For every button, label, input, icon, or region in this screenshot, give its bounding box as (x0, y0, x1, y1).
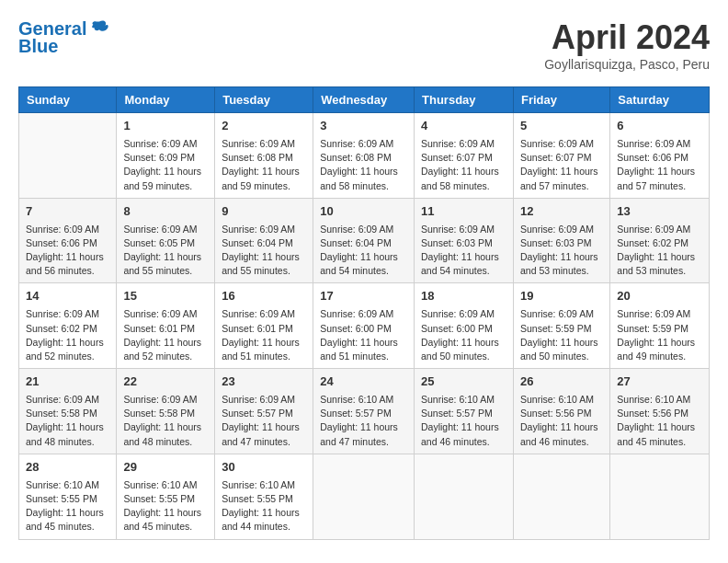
day-cell: 19Sunrise: 6:09 AMSunset: 5:59 PMDayligh… (513, 283, 609, 369)
day-number: 13 (617, 203, 702, 221)
day-number: 21 (26, 373, 109, 391)
day-cell (313, 454, 415, 539)
day-number: 10 (320, 203, 407, 221)
day-number: 18 (421, 288, 506, 305)
day-cell: 3Sunrise: 6:09 AMSunset: 6:08 PMDaylight… (313, 113, 415, 199)
day-number: 6 (617, 118, 702, 135)
day-cell: 30Sunrise: 6:10 AMSunset: 5:55 PMDayligh… (215, 454, 313, 539)
day-cell: 5Sunrise: 6:09 AMSunset: 6:07 PMDaylight… (513, 113, 609, 199)
week-row-2: 7Sunrise: 6:09 AMSunset: 6:06 PMDaylight… (19, 198, 710, 283)
day-cell: 1Sunrise: 6:09 AMSunset: 6:09 PMDaylight… (117, 113, 215, 199)
header-tuesday: Tuesday (215, 87, 313, 113)
day-number: 16 (222, 288, 306, 305)
day-cell: 26Sunrise: 6:10 AMSunset: 5:56 PMDayligh… (513, 369, 609, 454)
day-number: 27 (617, 373, 702, 391)
day-number: 30 (222, 459, 306, 477)
logo: General Blue (18, 18, 109, 57)
day-number: 24 (320, 373, 407, 391)
week-row-1: 1Sunrise: 6:09 AMSunset: 6:09 PMDaylight… (19, 113, 710, 199)
header-thursday: Thursday (415, 87, 514, 113)
day-number: 14 (26, 288, 109, 305)
day-number: 26 (520, 373, 603, 391)
day-number: 4 (421, 118, 506, 135)
header-sunday: Sunday (19, 87, 117, 113)
day-number: 15 (123, 288, 208, 305)
day-number: 20 (617, 288, 702, 305)
day-cell: 15Sunrise: 6:09 AMSunset: 6:01 PMDayligh… (117, 283, 215, 369)
day-number: 3 (320, 118, 407, 135)
week-row-3: 14Sunrise: 6:09 AMSunset: 6:02 PMDayligh… (19, 283, 710, 369)
day-cell: 25Sunrise: 6:10 AMSunset: 5:57 PMDayligh… (415, 369, 514, 454)
day-cell (19, 113, 117, 199)
calendar-table: SundayMondayTuesdayWednesdayThursdayFrid… (18, 86, 710, 540)
day-number: 17 (320, 288, 407, 305)
day-cell: 2Sunrise: 6:09 AMSunset: 6:08 PMDaylight… (215, 113, 313, 199)
week-row-5: 28Sunrise: 6:10 AMSunset: 5:55 PMDayligh… (19, 454, 710, 539)
day-number: 25 (421, 373, 506, 391)
day-cell: 12Sunrise: 6:09 AMSunset: 6:03 PMDayligh… (513, 198, 609, 283)
header-row: SundayMondayTuesdayWednesdayThursdayFrid… (19, 87, 710, 113)
header-saturday: Saturday (610, 87, 710, 113)
day-cell: 18Sunrise: 6:09 AMSunset: 6:00 PMDayligh… (415, 283, 514, 369)
day-cell: 27Sunrise: 6:10 AMSunset: 5:56 PMDayligh… (610, 369, 710, 454)
day-number: 28 (26, 459, 109, 477)
day-number: 5 (520, 118, 603, 135)
day-cell: 11Sunrise: 6:09 AMSunset: 6:03 PMDayligh… (415, 198, 514, 283)
day-number: 8 (123, 203, 208, 221)
day-cell: 16Sunrise: 6:09 AMSunset: 6:01 PMDayligh… (215, 283, 313, 369)
day-cell: 10Sunrise: 6:09 AMSunset: 6:04 PMDayligh… (313, 198, 415, 283)
header-friday: Friday (513, 87, 609, 113)
day-cell: 7Sunrise: 6:09 AMSunset: 6:06 PMDaylight… (19, 198, 117, 283)
day-number: 12 (520, 203, 603, 221)
day-number: 1 (123, 118, 208, 135)
location: Goyllarisquizga, Pasco, Peru (544, 57, 710, 72)
day-number: 7 (26, 203, 109, 221)
title-area: April 2024 Goyllarisquizga, Pasco, Peru (544, 18, 710, 72)
day-number: 11 (421, 203, 506, 221)
day-cell: 4Sunrise: 6:09 AMSunset: 6:07 PMDaylight… (415, 113, 514, 199)
day-number: 23 (222, 373, 306, 391)
day-number: 9 (222, 203, 306, 221)
day-cell (513, 454, 609, 539)
day-cell: 13Sunrise: 6:09 AMSunset: 6:02 PMDayligh… (610, 198, 710, 283)
day-cell (610, 454, 710, 539)
day-number: 19 (520, 288, 603, 305)
header-monday: Monday (117, 87, 215, 113)
day-cell: 9Sunrise: 6:09 AMSunset: 6:04 PMDaylight… (215, 198, 313, 283)
day-cell: 28Sunrise: 6:10 AMSunset: 5:55 PMDayligh… (19, 454, 117, 539)
month-title: April 2024 (544, 18, 710, 57)
day-cell: 17Sunrise: 6:09 AMSunset: 6:00 PMDayligh… (313, 283, 415, 369)
day-cell: 21Sunrise: 6:09 AMSunset: 5:58 PMDayligh… (19, 369, 117, 454)
day-cell: 24Sunrise: 6:10 AMSunset: 5:57 PMDayligh… (313, 369, 415, 454)
day-cell: 29Sunrise: 6:10 AMSunset: 5:55 PMDayligh… (117, 454, 215, 539)
header-wednesday: Wednesday (313, 87, 415, 113)
day-number: 2 (222, 118, 306, 135)
day-cell: 20Sunrise: 6:09 AMSunset: 5:59 PMDayligh… (610, 283, 710, 369)
logo-bird-icon (89, 17, 109, 38)
week-row-4: 21Sunrise: 6:09 AMSunset: 5:58 PMDayligh… (19, 369, 710, 454)
day-cell: 23Sunrise: 6:09 AMSunset: 5:57 PMDayligh… (215, 369, 313, 454)
day-cell: 6Sunrise: 6:09 AMSunset: 6:06 PMDaylight… (610, 113, 710, 199)
day-cell: 22Sunrise: 6:09 AMSunset: 5:58 PMDayligh… (117, 369, 215, 454)
day-cell: 14Sunrise: 6:09 AMSunset: 6:02 PMDayligh… (19, 283, 117, 369)
day-cell: 8Sunrise: 6:09 AMSunset: 6:05 PMDaylight… (117, 198, 215, 283)
day-cell (415, 454, 514, 539)
day-number: 29 (123, 459, 208, 477)
page-header: General Blue April 2024 Goyllarisquizga,… (18, 18, 710, 72)
day-number: 22 (123, 373, 208, 391)
